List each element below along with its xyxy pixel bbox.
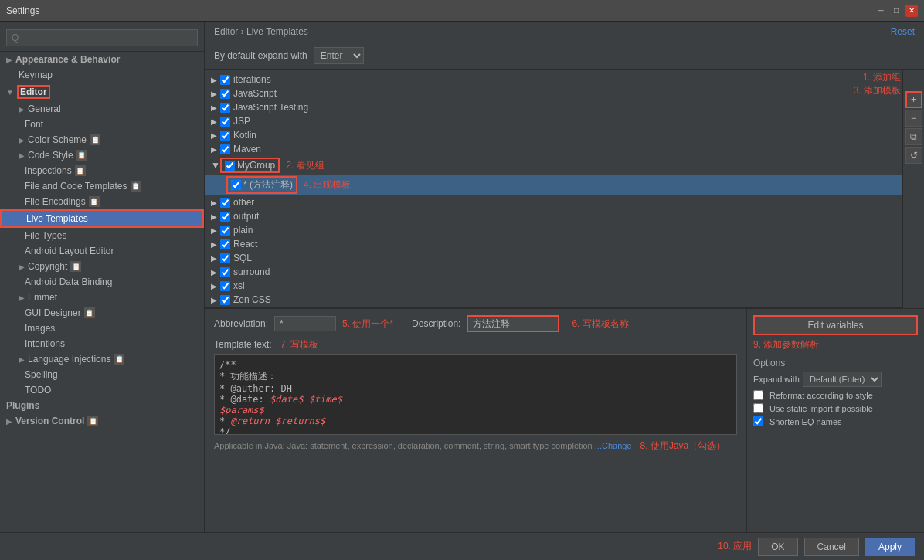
sidebar-item-appearance[interactable]: ▶ Appearance & Behavior bbox=[0, 52, 204, 67]
cancel-button[interactable]: Cancel bbox=[804, 538, 859, 556]
sidebar-item-versioncontrol[interactable]: ▶ Version Control 📋 bbox=[0, 413, 204, 429]
expand-with-label: Expand with bbox=[753, 375, 800, 384]
params-var: $params$ bbox=[219, 405, 264, 416]
abbrev-input[interactable] bbox=[274, 316, 336, 331]
sidebar-label: Editor bbox=[17, 85, 50, 99]
group-checkbox[interactable] bbox=[220, 212, 230, 222]
group-checkbox[interactable] bbox=[220, 253, 230, 263]
arrow-icon: ▶ bbox=[211, 240, 217, 249]
staticimport-checkbox[interactable] bbox=[753, 403, 763, 413]
arrow-icon: ▶ bbox=[211, 254, 217, 263]
group-checkbox[interactable] bbox=[220, 198, 230, 208]
undo-button[interactable]: ↺ bbox=[905, 147, 922, 164]
template-group-iterations[interactable]: ▶ iterations bbox=[205, 73, 902, 87]
shorteneq-checkbox[interactable] bbox=[753, 416, 763, 426]
arrow-icon: ▼ bbox=[211, 160, 220, 171]
sidebar-item-images[interactable]: Images bbox=[0, 321, 204, 336]
minimize-btn[interactable]: ─ bbox=[875, 5, 887, 17]
change-link[interactable]: ...Change bbox=[595, 441, 632, 450]
sidebar-item-androidlayout[interactable]: Android Layout Editor bbox=[0, 243, 204, 259]
template-group-zencss[interactable]: ▶ Zen CSS bbox=[205, 293, 902, 307]
template-group-output[interactable]: ▶ output bbox=[205, 209, 902, 223]
sidebar-item-fileencodings[interactable]: File Encodings 📋 bbox=[0, 194, 204, 209]
template-group-plain[interactable]: ▶ plain bbox=[205, 223, 902, 237]
desc-input[interactable] bbox=[467, 315, 559, 332]
edit-variables-button[interactable]: Edit variables bbox=[753, 315, 918, 335]
sidebar-item-inspections[interactable]: Inspections 📋 bbox=[0, 163, 204, 178]
reset-link[interactable]: Reset bbox=[891, 26, 915, 37]
template-group-xsl[interactable]: ▶ xsl bbox=[205, 279, 902, 293]
group-checkbox[interactable] bbox=[220, 131, 230, 141]
abbrev-row: Abbreviation: 5. 使用一个* Description: 6. 写… bbox=[214, 315, 737, 332]
sidebar-item-font[interactable]: Font bbox=[0, 117, 204, 132]
sidebar-item-spelling[interactable]: Spelling bbox=[0, 367, 204, 382]
group-checkbox[interactable] bbox=[220, 89, 230, 99]
template-group-react[interactable]: ▶ React bbox=[205, 237, 902, 251]
apply-button[interactable]: Apply bbox=[865, 538, 915, 556]
group-checkbox[interactable] bbox=[220, 295, 230, 305]
left-bottom: Abbreviation: 5. 使用一个* Description: 6. 写… bbox=[205, 309, 746, 532]
group-label: React bbox=[233, 239, 257, 249]
maximize-btn[interactable]: □ bbox=[890, 5, 902, 17]
group-checkbox[interactable] bbox=[220, 144, 230, 154]
template-code-area: /** * 功能描述： * @auther: DH * @date: $date… bbox=[214, 354, 737, 435]
mygroup-checkbox[interactable] bbox=[225, 161, 235, 171]
sidebar-label: Keymap bbox=[19, 70, 53, 80]
sidebar-item-todo[interactable]: TODO bbox=[0, 382, 204, 398]
mytemplate-box[interactable]: * (方法注释) bbox=[226, 176, 297, 194]
sidebar-item-fileandcode[interactable]: File and Code Templates 📋 bbox=[0, 178, 204, 194]
sidebar-item-androiddatabinding[interactable]: Android Data Binding bbox=[0, 274, 204, 290]
side-actions: 1. 添加组 3. 添加模板 + − ⧉ ↺ bbox=[902, 70, 924, 308]
sidebar-item-plugins[interactable]: Plugins bbox=[0, 398, 204, 413]
search-input[interactable] bbox=[6, 29, 198, 46]
templates-area: ▶ iterations ▶ JavaScript ▶ JavaS bbox=[205, 70, 902, 308]
group-checkbox[interactable] bbox=[220, 239, 230, 249]
group-checkbox[interactable] bbox=[220, 281, 230, 291]
group-checkbox[interactable] bbox=[220, 226, 230, 236]
arrow-icon: ▶ bbox=[211, 145, 217, 154]
sidebar-item-copyright[interactable]: ▶ Copyright 📋 bbox=[0, 259, 204, 274]
template-item-mytemplate[interactable]: * (方法注释) 4. 出现模板 bbox=[205, 175, 902, 195]
group-checkbox[interactable] bbox=[220, 267, 230, 277]
sidebar-label: File and Code Templates bbox=[25, 181, 127, 192]
group-checkbox[interactable] bbox=[220, 117, 230, 127]
sidebar-label: Inspections bbox=[25, 165, 72, 176]
sidebar-item-keymap[interactable]: Keymap bbox=[0, 67, 204, 83]
reformat-checkbox[interactable] bbox=[753, 390, 763, 400]
template-group-jstesting[interactable]: ▶ JavaScript Testing bbox=[205, 100, 902, 114]
template-group-sql[interactable]: ▶ SQL bbox=[205, 251, 902, 265]
template-group-maven[interactable]: ▶ Maven bbox=[205, 142, 902, 156]
sidebar-item-general[interactable]: ▶ General bbox=[0, 101, 204, 117]
add-button[interactable]: + bbox=[905, 91, 922, 108]
expand-select[interactable]: Enter Tab Space bbox=[314, 47, 364, 64]
arrow-icon: ▶ bbox=[211, 282, 217, 290]
sidebar-item-languageinjections[interactable]: ▶ Language Injections 📋 bbox=[0, 351, 204, 367]
mygroup-box[interactable]: MyGroup bbox=[220, 158, 280, 173]
template-group-mygroup-row[interactable]: ▼ MyGroup 2. 看见组 bbox=[205, 156, 902, 175]
breadcrumb: Editor › Live Templates Reset bbox=[205, 22, 924, 42]
sidebar-item-guidesigner[interactable]: GUI Designer 📋 bbox=[0, 305, 204, 321]
group-checkbox[interactable] bbox=[220, 103, 230, 113]
badge: 📋 bbox=[75, 165, 86, 176]
sidebar-item-colorscheme[interactable]: ▶ Color Scheme 📋 bbox=[0, 132, 204, 148]
mytemplate-checkbox[interactable] bbox=[231, 180, 241, 190]
template-group-surround[interactable]: ▶ surround bbox=[205, 265, 902, 279]
sidebar-item-emmet[interactable]: ▶ Emmet bbox=[0, 290, 204, 305]
expand-with-select[interactable]: Default (Enter) Enter Tab Space bbox=[803, 372, 882, 387]
main-content: Editor › Live Templates Reset By default… bbox=[205, 22, 924, 532]
template-group-other[interactable]: ▶ other bbox=[205, 195, 902, 209]
remove-button[interactable]: − bbox=[905, 110, 922, 127]
sidebar-item-livetemplates[interactable]: Live Templates bbox=[0, 209, 204, 228]
copy-button[interactable]: ⧉ bbox=[905, 128, 922, 145]
sidebar-item-intentions[interactable]: Intentions bbox=[0, 336, 204, 351]
template-group-kotlin[interactable]: ▶ Kotlin bbox=[205, 128, 902, 142]
ok-button[interactable]: OK bbox=[758, 538, 797, 556]
template-group-javascript[interactable]: ▶ JavaScript bbox=[205, 87, 902, 100]
sidebar-item-editor[interactable]: ▼ Editor bbox=[0, 83, 204, 101]
close-btn[interactable]: ✕ bbox=[905, 5, 918, 17]
sidebar-item-codestyle[interactable]: ▶ Code Style 📋 bbox=[0, 148, 204, 163]
group-checkbox[interactable] bbox=[220, 75, 230, 85]
sidebar-item-filetypes[interactable]: File Types bbox=[0, 228, 204, 243]
template-group-jsp[interactable]: ▶ JSP bbox=[205, 114, 902, 128]
group-label: JSP bbox=[233, 116, 250, 127]
